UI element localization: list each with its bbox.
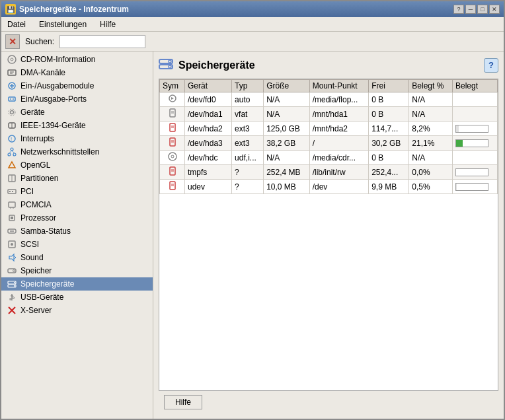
cell-type: vfat [232, 107, 264, 122]
cell-free: 0 B [369, 107, 409, 122]
sidebar-label-speicher: Speicher [20, 266, 52, 275]
sidebar-label-interrupts: Interrupts [20, 134, 54, 143]
minimize-button[interactable]: ─ [465, 5, 476, 14]
cell-device: /dev/fd0 [185, 92, 232, 107]
menu-hilfe[interactable]: Hilfe [97, 18, 119, 30]
help-button[interactable]: ? [453, 5, 464, 14]
cell-type: ext3 [232, 136, 264, 151]
sidebar-item-ieee[interactable]: IEEE-1394-Geräte [1, 119, 153, 132]
menu-datei[interactable]: Datei [4, 18, 29, 30]
cell-mount: /lib/init/rw [309, 165, 369, 180]
cell-size: N/A [264, 92, 310, 107]
sidebar-label-cdrom: CD-ROM-Information [20, 55, 95, 64]
sidebar-label-speichergeraete: Speichergeräte [20, 279, 74, 289]
cell-bar [452, 151, 497, 165]
main-header: Speichergeräte ? [159, 57, 498, 73]
device-table: Sym Gerät Typ Größe Mount-Punkt Frei Bel… [159, 79, 498, 194]
sidebar-item-opengl[interactable]: OpenGL [1, 158, 153, 172]
sidebar-item-ioports[interactable]: Ein/Ausgabe-Ports [1, 92, 153, 106]
sidebar-label-processor: Prozessor [20, 213, 56, 223]
sidebar-item-network[interactable]: Netzwerkschnittstellen [1, 145, 153, 158]
sidebar-item-pcmcia[interactable]: PCMCIA [1, 198, 153, 211]
sidebar-item-scsi[interactable]: SCSI [1, 238, 153, 251]
sidebar-item-processor[interactable]: Prozessor [1, 211, 153, 225]
toolbar: ✕ Suchen: [1, 32, 504, 52]
sidebar-item-speichergeraete[interactable]: Speichergeräte [1, 277, 153, 291]
svg-point-48 [13, 297, 15, 299]
col-percent: Belegt % [409, 80, 453, 92]
svg-rect-26 [9, 191, 11, 192]
cell-free: 30,2 GB [369, 136, 409, 151]
sidebar-item-samba[interactable]: Samba-Status [1, 225, 153, 238]
window-title: Speichergeräte - Infozentrum [19, 5, 129, 14]
cell-sym [160, 107, 185, 122]
svg-point-68 [171, 155, 174, 158]
col-mount: Mount-Punkt [309, 80, 369, 92]
svg-point-44 [14, 282, 15, 283]
sidebar-item-cdrom[interactable]: CD-ROM-Information [1, 53, 153, 66]
sidebar-item-usb[interactable]: USB-Geräte [1, 291, 153, 304]
cell-mount: /media/cdr... [309, 151, 369, 165]
cell-free: 0 B [369, 151, 409, 165]
cell-sym [160, 180, 185, 194]
svg-point-11 [11, 111, 14, 114]
sidebar-item-geraete[interactable]: Geräte [1, 106, 153, 119]
svg-point-19 [13, 153, 16, 156]
device-table-container: Sym Gerät Typ Größe Mount-Punkt Frei Bel… [159, 79, 498, 391]
sidebar-item-pci[interactable]: PCI [1, 185, 153, 198]
svg-rect-2 [8, 70, 16, 75]
sidebar-label-samba: Samba-Status [20, 227, 71, 236]
io-module-icon [7, 81, 17, 91]
maximize-button[interactable]: □ [477, 5, 488, 14]
main-header-left: Speichergeräte [159, 57, 255, 73]
sidebar-item-iomodule[interactable]: Ein-/Ausgabemodule [1, 79, 153, 92]
cell-size: 38,2 GB [264, 136, 310, 151]
svg-rect-8 [9, 97, 15, 101]
sidebar-item-speicher[interactable]: Speicher [1, 264, 153, 277]
svg-marker-22 [9, 162, 15, 168]
cell-device: tmpfs [185, 165, 232, 180]
sound-icon [7, 252, 17, 263]
main-help-button[interactable]: ? [484, 58, 498, 73]
cell-free: 114,7... [369, 122, 409, 136]
menu-einstellungen[interactable]: Einstellungen [36, 18, 90, 30]
sidebar-label-iomodule: Ein-/Ausgabemodule [20, 81, 94, 90]
sidebar-item-partitions[interactable]: Partitionen [1, 172, 153, 185]
footer-hilfe-button[interactable]: Hilfe [164, 395, 202, 409]
cell-bar [452, 180, 497, 194]
svg-point-12 [9, 109, 15, 116]
close-button[interactable]: ✕ [489, 5, 500, 14]
sidebar-label-network: Netzwerkschnittstellen [20, 147, 99, 157]
table-row: udev?10,0 MB/dev9,9 MB0,5% [160, 180, 498, 194]
cell-mount: / [309, 136, 369, 151]
io-port-icon [7, 94, 17, 104]
opengl-icon [7, 160, 17, 170]
main-window: 💾 Speichergeräte - Infozentrum ? ─ □ ✕ D… [0, 0, 505, 420]
cell-device: udev [185, 180, 232, 194]
search-label: Suchen: [25, 37, 54, 46]
cell-device: /dev/hda3 [185, 136, 232, 151]
sidebar-item-xserver[interactable]: X-Server [1, 304, 153, 317]
svg-line-39 [15, 258, 16, 259]
cell-free: 9,9 MB [369, 180, 409, 194]
cell-sym [160, 92, 185, 107]
col-belegt: Belegt [452, 80, 497, 92]
cell-mount: /mnt/hda1 [309, 107, 369, 122]
cell-bar [452, 92, 497, 107]
partition-icon [7, 173, 17, 184]
samba-icon [7, 226, 17, 236]
sidebar-item-interrupts[interactable]: ! Interrupts [1, 132, 153, 145]
gear-icon [7, 107, 17, 118]
sidebar-item-dma[interactable]: DMA-Kanäle [1, 66, 153, 79]
cell-percent: N/A [409, 107, 453, 122]
cell-device: /dev/hda2 [185, 122, 232, 136]
search-input[interactable] [59, 35, 145, 48]
cell-sym [160, 151, 185, 165]
processor-icon [7, 213, 17, 223]
main-title: Speichergeräte [178, 59, 255, 71]
cell-percent: 8,2% [409, 122, 453, 136]
search-clear-button[interactable]: ✕ [5, 34, 20, 49]
sidebar-item-sound[interactable]: Sound [1, 251, 153, 264]
col-frei: Frei [369, 80, 409, 92]
cell-free: 252,4... [369, 165, 409, 180]
